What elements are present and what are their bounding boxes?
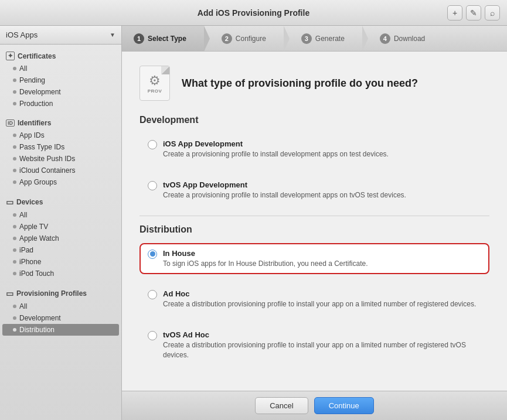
sidebar-item-iphone[interactable]: iPhone bbox=[0, 256, 121, 268]
sidebar-item-devices-all[interactable]: All bbox=[0, 209, 121, 221]
devices-header: ▭ Devices bbox=[0, 195, 121, 209]
sidebar-item-prov-all[interactable]: All bbox=[0, 301, 121, 312]
device-icon: ▭ bbox=[6, 197, 13, 207]
dot-icon bbox=[13, 102, 16, 105]
provisioning-header: ▭ Provisioning Profiles bbox=[0, 286, 121, 301]
identifier-icon: ID bbox=[6, 119, 15, 127]
sidebar-dropdown[interactable]: iOS Apps ▼ bbox=[0, 26, 121, 45]
step-generate[interactable]: 3 Generate bbox=[284, 26, 362, 51]
dot-icon bbox=[13, 134, 16, 137]
prov-header: ⚙ PROV What type of provisioning profile… bbox=[139, 66, 489, 101]
search-button[interactable]: ⌕ bbox=[485, 5, 500, 21]
sidebar-item-certs-development[interactable]: Development bbox=[0, 86, 121, 98]
prov-label: PROV bbox=[148, 88, 162, 94]
title-bar: Add iOS Provisioning Profile + ✎ ⌕ bbox=[0, 0, 507, 26]
certificates-header: ✦ Certificates bbox=[0, 49, 121, 63]
dot-icon bbox=[13, 90, 16, 94]
tvos-dev-radio[interactable] bbox=[148, 181, 157, 190]
step-number-1: 1 bbox=[134, 33, 144, 44]
sidebar-item-prov-development[interactable]: Development bbox=[0, 312, 121, 324]
dot-icon bbox=[13, 157, 16, 161]
add-button[interactable]: + bbox=[447, 5, 462, 21]
sidebar-item-passtypeids[interactable]: Pass Type IDs bbox=[0, 141, 121, 153]
tvos-adhoc-option[interactable]: tvOS Ad Hoc Create a distribution provis… bbox=[139, 325, 489, 366]
identifiers-section: ID Identifiers App IDs Pass Type IDs Web… bbox=[0, 112, 121, 190]
step-number-2: 2 bbox=[222, 33, 232, 44]
identifiers-header: ID Identifiers bbox=[0, 117, 121, 129]
tvos-dev-content: tvOS App Development Create a provisioni… bbox=[163, 180, 481, 200]
in-house-desc: To sign iOS apps for In House Distributi… bbox=[163, 259, 481, 269]
step-select-type[interactable]: 1 Select Type bbox=[122, 26, 204, 51]
distribution-title: Distribution bbox=[139, 224, 489, 235]
development-section: Development iOS App Development Create a… bbox=[139, 115, 489, 206]
ad-hoc-desc: Create a distribution provisioning profi… bbox=[163, 299, 481, 309]
ad-hoc-radio[interactable] bbox=[148, 290, 157, 299]
edit-button[interactable]: ✎ bbox=[466, 5, 481, 21]
ios-dev-desc: Create a provisioning profile to install… bbox=[163, 149, 481, 159]
sidebar-item-certs-pending[interactable]: Pending bbox=[0, 74, 121, 86]
step-configure[interactable]: 2 Configure bbox=[204, 26, 284, 51]
sidebar-item-certs-production[interactable]: Production bbox=[0, 98, 121, 110]
sidebar-item-prov-distribution[interactable]: Distribution bbox=[2, 324, 119, 336]
in-house-radio[interactable] bbox=[148, 250, 157, 259]
sidebar-item-ipodtouch[interactable]: iPod Touch bbox=[0, 268, 121, 279]
ios-dev-title: iOS App Development bbox=[163, 139, 481, 148]
dot-icon bbox=[13, 180, 16, 184]
distribution-section: Distribution In House To sign iOS apps f… bbox=[139, 224, 489, 366]
ios-dev-content: iOS App Development Create a provisionin… bbox=[163, 139, 481, 159]
gear-icon: ⚙ bbox=[149, 73, 161, 88]
tvos-adhoc-title: tvOS Ad Hoc bbox=[163, 330, 481, 339]
chevron-down-icon: ▼ bbox=[110, 32, 115, 38]
content-scroll: ⚙ PROV What type of provisioning profile… bbox=[122, 52, 507, 391]
tvos-dev-title: tvOS App Development bbox=[163, 180, 481, 189]
step-number-4: 4 bbox=[380, 33, 390, 44]
tvos-adhoc-desc: Create a distribution provisioning profi… bbox=[163, 340, 481, 360]
continue-button[interactable]: Continue bbox=[314, 397, 374, 414]
dot-icon bbox=[13, 145, 16, 149]
step-download[interactable]: 4 Download bbox=[362, 26, 437, 51]
step-2-label: Configure bbox=[236, 35, 266, 43]
step-1-label: Select Type bbox=[148, 35, 186, 43]
devices-section: ▭ Devices All Apple TV Apple Watch iPad bbox=[0, 190, 121, 282]
step-3-label: Generate bbox=[315, 35, 345, 43]
dot-icon bbox=[13, 67, 16, 70]
dot-icon bbox=[13, 305, 16, 308]
fold-icon bbox=[161, 66, 169, 74]
in-house-content: In House To sign iOS apps for In House D… bbox=[163, 249, 481, 269]
ad-hoc-title: Ad Hoc bbox=[163, 289, 481, 298]
in-house-title: In House bbox=[163, 249, 481, 258]
development-title: Development bbox=[139, 115, 489, 125]
in-house-option[interactable]: In House To sign iOS apps for In House D… bbox=[139, 243, 489, 275]
certificates-label: Certificates bbox=[18, 52, 56, 60]
section-divider bbox=[139, 216, 489, 216]
sidebar-item-ipad[interactable]: iPad bbox=[0, 244, 121, 256]
dot-icon bbox=[13, 225, 16, 228]
step-number-3: 3 bbox=[301, 33, 312, 44]
cancel-button[interactable]: Cancel bbox=[255, 397, 308, 414]
title-bar-buttons: + ✎ ⌕ bbox=[447, 5, 500, 21]
prov-question: What type of provisioning profile do you… bbox=[182, 77, 418, 90]
certificate-icon: ✦ bbox=[6, 52, 15, 60]
ad-hoc-option[interactable]: Ad Hoc Create a distribution provisionin… bbox=[139, 284, 489, 315]
ios-dev-option[interactable]: iOS App Development Create a provisionin… bbox=[139, 134, 489, 165]
sidebar-item-applewatch[interactable]: Apple Watch bbox=[0, 233, 121, 244]
steps-bar: 1 Select Type 2 Configure 3 Generate 4 D… bbox=[122, 26, 507, 52]
sidebar: iOS Apps ▼ ✦ Certificates All Pending De… bbox=[0, 26, 122, 420]
provisioning-section: ▭ Provisioning Profiles All Development … bbox=[0, 282, 121, 338]
sidebar-item-appletv[interactable]: Apple TV bbox=[0, 221, 121, 233]
dot-icon bbox=[13, 248, 16, 252]
dot-icon bbox=[13, 169, 16, 172]
sidebar-item-appids[interactable]: App IDs bbox=[0, 129, 121, 141]
sidebar-item-appgroups[interactable]: App Groups bbox=[0, 176, 121, 188]
sidebar-item-websitepushids[interactable]: Website Push IDs bbox=[0, 153, 121, 165]
sidebar-item-certs-all[interactable]: All bbox=[0, 63, 121, 74]
step-4-label: Download bbox=[394, 35, 425, 43]
content-area: 1 Select Type 2 Configure 3 Generate 4 D… bbox=[122, 26, 507, 420]
tvos-adhoc-radio[interactable] bbox=[148, 331, 157, 340]
tvos-dev-option[interactable]: tvOS App Development Create a provisioni… bbox=[139, 175, 489, 206]
ios-dev-radio[interactable] bbox=[148, 140, 157, 149]
sidebar-item-icloud[interactable]: iCloud Containers bbox=[0, 165, 121, 176]
sidebar-dropdown-label: iOS Apps bbox=[6, 30, 38, 39]
identifiers-label: Identifiers bbox=[18, 119, 51, 127]
ad-hoc-content: Ad Hoc Create a distribution provisionin… bbox=[163, 289, 481, 309]
